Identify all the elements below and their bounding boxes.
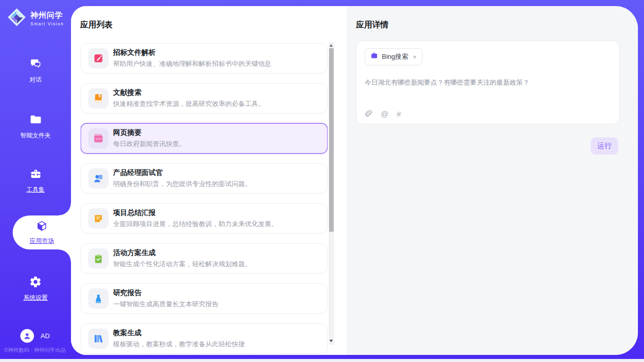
scroll-down-arrow-icon[interactable] xyxy=(330,340,333,342)
scrollbar-thumb[interactable] xyxy=(329,48,334,232)
app-card[interactable]: 项目总结汇报 全面回顾项目进展，总结经验教训，助力未来优化发展。 xyxy=(81,203,328,234)
research-report-icon xyxy=(88,288,109,309)
app-detail-panel: 应用详情 Bing搜索 × 今日湖北有哪些新闻要点？有哪些需要关注的最新政策？ xyxy=(346,6,638,355)
sidebar-item-label: 系统设置 xyxy=(0,294,71,302)
app-card-title: 研究报告 xyxy=(113,288,219,298)
folder-icon xyxy=(29,119,43,128)
sidebar-item-label: 对话 xyxy=(0,76,71,84)
active-tab-curve-bottom xyxy=(59,249,71,262)
user-account[interactable]: AD xyxy=(20,329,50,343)
diamond-logo-icon xyxy=(7,7,27,29)
app-card[interactable]: 活动方案生成 智能生成个性化活动方案，轻松解决规划难题。 xyxy=(81,243,328,274)
gear-icon xyxy=(29,281,42,290)
app-card[interactable]: </> 网页摘要 每日政府新闻资讯快查。 xyxy=(81,123,328,154)
sidebar-item-label: 工具集 xyxy=(0,186,71,194)
main-surface: 应用列表 招标文件解析 帮助用户快速、准确地理解和解析招标书中的关键信息 文献搜… xyxy=(71,6,638,355)
chat-icon xyxy=(29,63,43,72)
run-button[interactable]: 运行 xyxy=(591,137,618,155)
sidebar-item-label: 应用市场 xyxy=(30,237,54,245)
prompt-composer: Bing搜索 × 今日湖北有哪些新闻要点？有哪些需要关注的最新政策？ @ # xyxy=(356,41,620,124)
logo-subtitle: Smart Vision xyxy=(30,21,64,26)
app-card[interactable]: 招标文件解析 帮助用户快速、准确地理解和解析招标书中的关键信息 xyxy=(81,43,328,74)
app-card-description: 每日政府新闻资讯快查。 xyxy=(113,139,186,149)
app-card-list: 招标文件解析 帮助用户快速、准确地理解和解析招标书中的关键信息 文献搜索 快速精… xyxy=(81,43,328,355)
sidebar-item-toolset[interactable]: 工具集 xyxy=(0,167,71,194)
app-card-title: 产品经理面试官 xyxy=(113,168,252,177)
sidebar-item-app-market-active[interactable]: 应用市场 xyxy=(13,215,71,249)
topic-icon[interactable]: # xyxy=(397,110,401,118)
copyright-text: ©神州数码 · 神州问学出品 xyxy=(4,347,72,354)
logo: 神州问学 Smart Vision xyxy=(7,7,64,29)
webpage-summary-icon: </> xyxy=(88,128,109,149)
app-card-title: 文献搜索 xyxy=(113,88,265,97)
app-card[interactable]: 研究报告 一键智能生成高质量长文本研究报告 xyxy=(81,283,328,314)
project-summary-icon xyxy=(88,208,109,229)
cube-icon xyxy=(35,220,49,235)
active-tab-curve-top xyxy=(59,203,71,215)
app-card[interactable]: 文献搜索 快速精准查找学术资源，提高研究效率的必备工具。 xyxy=(81,83,328,114)
app-card-description: 智能生成个性化活动方案，轻松解决规划难题。 xyxy=(113,260,252,269)
lesson-plan-icon xyxy=(88,329,109,349)
app-card-title: 招标文件解析 xyxy=(113,48,271,57)
app-card-title: 教案生成 xyxy=(113,329,245,338)
app-card-description: 帮助用户快速、准确地理解和解析招标书中的关键信息 xyxy=(113,59,271,68)
bid-document-icon xyxy=(88,48,109,68)
query-input[interactable]: 今日湖北有哪些新闻要点？有哪些需要关注的最新政策？ xyxy=(365,78,611,87)
app-card-description: 一键智能生成高质量长文本研究报告 xyxy=(113,300,219,309)
sidebar-item-label: 智能文件夹 xyxy=(0,131,71,140)
app-card-title: 活动方案生成 xyxy=(113,248,252,258)
app-card-title: 项目总结汇报 xyxy=(113,208,278,218)
run-row: 运行 xyxy=(591,137,618,155)
app-card[interactable]: 产品经理面试官 明确身份和职责，为您提供专业性的面试问题。 xyxy=(81,163,328,194)
event-plan-icon xyxy=(88,248,109,269)
mention-icon[interactable]: @ xyxy=(381,110,388,118)
app-list-title: 应用列表 xyxy=(80,20,113,30)
app-card-title: 网页摘要 xyxy=(113,128,186,137)
chip-close-button[interactable]: × xyxy=(413,54,417,60)
interviewer-icon xyxy=(88,168,109,189)
logo-title: 神州问学 xyxy=(30,11,64,20)
avatar xyxy=(20,329,34,343)
sidebar-item-settings[interactable]: 系统设置 xyxy=(0,275,71,302)
tool-chip-label: Bing搜索 xyxy=(382,52,408,61)
app-detail-title: 应用详情 xyxy=(356,20,388,30)
literature-search-icon xyxy=(88,88,109,108)
app-card-description: 快速精准查找学术资源，提高研究效率的必备工具。 xyxy=(113,99,265,108)
scrollbar[interactable] xyxy=(329,42,334,345)
scroll-up-arrow-icon[interactable] xyxy=(330,44,333,47)
sidebar-item-smart-folders[interactable]: 智能文件夹 xyxy=(0,113,71,140)
toolbox-icon xyxy=(29,173,43,182)
app-card-description: 全面回顾项目进展，总结经验教训，助力未来优化发展。 xyxy=(113,220,278,229)
app-window: 神州问学 Smart Vision 对话 智能文件夹 xyxy=(0,0,644,359)
attachment-icon[interactable] xyxy=(365,110,373,118)
tool-chip-bing-search[interactable]: Bing搜索 × xyxy=(365,48,422,65)
app-card-description: 明确身份和职责，为您提供专业性的面试问题。 xyxy=(113,179,252,189)
sidebar-item-chat[interactable]: 对话 xyxy=(0,57,71,84)
svg-text:</>: </> xyxy=(95,137,101,141)
composer-toolbar: @ # xyxy=(365,110,611,118)
app-card-description: 模板驱动，教案秒成，教学准备从此轻松快捷 xyxy=(113,340,245,349)
user-label: AD xyxy=(41,332,50,340)
app-list-panel: 应用列表 招标文件解析 帮助用户快速、准确地理解和解析招标书中的关键信息 文献搜… xyxy=(71,6,346,355)
app-card[interactable]: 教案生成 模板驱动，教案秒成，教学准备从此轻松快捷 xyxy=(81,323,328,354)
briefcase-icon xyxy=(370,52,378,62)
sidebar: 神州问学 Smart Vision 对话 智能文件夹 xyxy=(0,0,71,359)
